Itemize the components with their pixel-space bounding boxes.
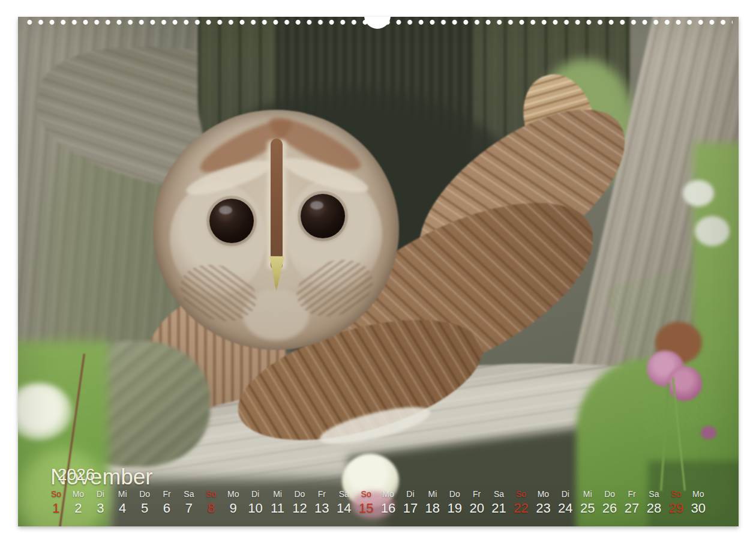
day-number: 23 (536, 501, 550, 516)
calendar-day-cell: Do 26 (599, 489, 621, 516)
day-of-week-label: Mo (73, 489, 84, 499)
day-of-week-label: Mi (118, 489, 127, 499)
day-of-week-label: Fr (318, 489, 326, 499)
day-number: 8 (208, 501, 215, 516)
calendar-photo-page: November2026 So 1 Mo 2 Di 3 Mi 4 Do 5 Fr… (18, 17, 739, 526)
calendar-day-cell: Sa 14 (333, 489, 355, 516)
day-of-week-label: Fr (628, 489, 635, 499)
day-of-week-label: Sa (184, 489, 194, 499)
day-number: 12 (292, 501, 307, 516)
calendar-day-cell: Fr 20 (466, 489, 488, 516)
day-of-week-label: Fr (473, 489, 481, 499)
calendar-day-cell: Mo 16 (377, 489, 400, 516)
calendar-day-cell: So 29 (665, 489, 687, 516)
calendar-day-cell: Mi 11 (266, 489, 289, 516)
year-label: 2026 (58, 465, 95, 484)
calendar-day-cell: Mo 9 (222, 489, 244, 516)
calendar-day-cell: Di 24 (554, 489, 577, 516)
day-number: 19 (448, 501, 462, 516)
calendar-day-cell: Di 17 (400, 489, 422, 516)
day-of-week-label: Mo (692, 489, 704, 499)
day-number: 24 (558, 501, 572, 516)
calendar-day-cell: Sa 21 (488, 489, 510, 516)
day-number: 28 (647, 501, 661, 516)
day-number: 1 (52, 501, 59, 516)
day-number: 2 (74, 501, 82, 516)
day-number: 21 (491, 501, 506, 516)
day-of-week-label: Sa (649, 489, 659, 499)
calendar-day-cell: So 1 (45, 489, 67, 516)
day-number: 26 (602, 501, 617, 516)
calendar-day-cell: So 15 (355, 489, 377, 516)
day-number: 17 (403, 501, 418, 516)
day-of-week-label: Do (449, 489, 460, 499)
calendar-day-cell: Fr 6 (156, 489, 178, 516)
day-number: 18 (425, 501, 440, 516)
calendar-day-cell: Sa 7 (178, 489, 200, 516)
calendar-day-cell: Fr 13 (311, 489, 333, 516)
day-of-week-label: So (361, 489, 371, 499)
day-number: 13 (314, 501, 329, 516)
day-of-week-label: Mo (538, 489, 549, 499)
day-of-week-label: Do (139, 489, 150, 499)
day-number: 29 (669, 501, 683, 516)
day-of-week-label: Di (251, 489, 259, 499)
day-of-week-label: Mo (227, 489, 239, 499)
calendar-day-cell: So 22 (510, 489, 532, 516)
day-of-week-label: Mi (428, 489, 437, 499)
day-of-week-label: Di (562, 489, 569, 499)
calendar-day-cell: Di 10 (244, 489, 266, 516)
day-of-week-label: So (206, 489, 216, 499)
calendar-day-cell: Mo 2 (67, 489, 89, 516)
day-number: 11 (271, 501, 284, 516)
day-of-week-label: Do (294, 489, 305, 499)
day-number: 25 (580, 501, 595, 516)
day-of-week-label: Di (97, 489, 104, 499)
day-number: 15 (359, 501, 373, 516)
calendar-day-cell: Sa 28 (643, 489, 665, 516)
calendar-day-cell: Mo 30 (687, 489, 709, 516)
day-number: 6 (163, 501, 170, 516)
day-number: 14 (337, 501, 351, 516)
day-number: 20 (469, 501, 484, 516)
day-number: 16 (381, 501, 395, 516)
day-number: 22 (514, 501, 528, 516)
day-number: 3 (97, 501, 104, 516)
calendar-day-cell: Mi 25 (577, 489, 599, 516)
day-number: 5 (141, 501, 148, 516)
day-number: 9 (230, 501, 237, 516)
day-number: 27 (625, 501, 639, 516)
day-number: 10 (248, 501, 262, 516)
calendar-day-cell: Do 19 (443, 489, 466, 516)
day-of-week-label: Do (604, 489, 615, 499)
day-of-week-label: Sa (494, 489, 504, 499)
day-number: 7 (185, 501, 193, 516)
day-of-week-label: So (516, 489, 526, 499)
calendar-day-cell: So 8 (200, 489, 222, 516)
calendar-day-cell: Fr 27 (621, 489, 643, 516)
day-number: 30 (691, 501, 705, 516)
calendar-day-cell: Do 5 (134, 489, 156, 516)
day-of-week-label: So (51, 489, 61, 499)
calendar-day-cell: Mo 23 (532, 489, 554, 516)
photo-vignette (18, 17, 739, 526)
day-number: 4 (119, 501, 126, 516)
day-of-week-label: Sa (339, 489, 349, 499)
day-of-week-label: Di (406, 489, 414, 499)
day-of-week-label: Mo (382, 489, 394, 499)
day-of-week-label: Mi (583, 489, 592, 499)
calendar-days-row: So 1 Mo 2 Di 3 Mi 4 Do 5 Fr 6 Sa 7 So 8 … (45, 489, 709, 516)
calendar-day-cell: Mi 4 (112, 489, 134, 516)
day-of-week-label: So (671, 489, 681, 499)
day-of-week-label: Mi (273, 489, 282, 499)
calendar-day-cell: Di 3 (89, 489, 112, 516)
calendar-day-cell: Do 12 (289, 489, 311, 516)
day-of-week-label: Fr (163, 489, 170, 499)
calendar-day-cell: Mi 18 (421, 489, 443, 516)
